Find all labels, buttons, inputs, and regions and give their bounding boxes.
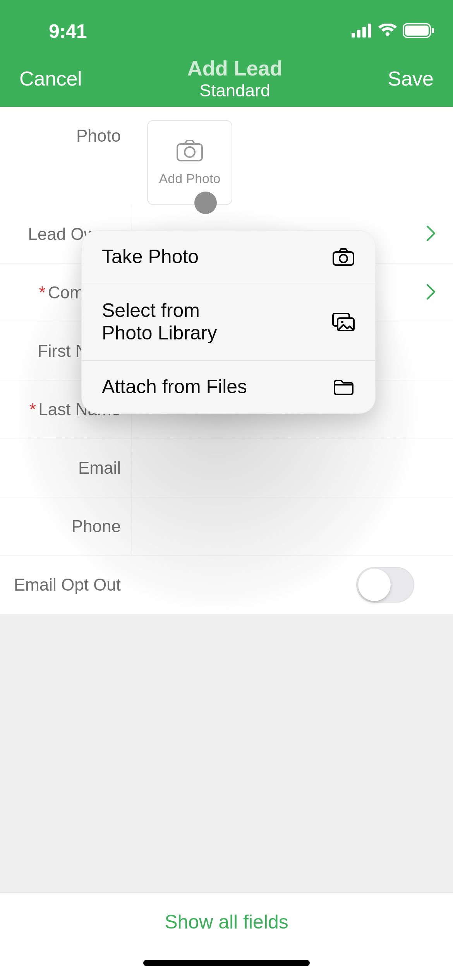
svg-rect-5 [405,26,429,36]
label-email: Email [78,458,121,478]
add-photo-label: Add Photo [159,171,221,186]
svg-point-13 [341,321,343,323]
status-bar: 9:41 [0,21,453,42]
toggle-knob [358,569,391,601]
menu-select-library[interactable]: Select from Photo Library [82,283,375,361]
photo-library-icon [332,312,355,332]
row-email-opt-out: Email Opt Out [0,556,453,614]
menu-select-library-label: Select from Photo Library [102,300,217,344]
label-phone: Phone [72,517,121,536]
svg-rect-0 [352,33,355,38]
row-phone[interactable]: Phone [0,497,453,556]
required-marker: * [29,400,36,419]
camera-icon [176,139,203,163]
cancel-button[interactable]: Cancel [19,67,82,90]
footer-spacer [0,614,453,893]
svg-rect-3 [368,24,371,38]
svg-rect-6 [432,28,434,33]
menu-take-photo-label: Take Photo [102,246,199,268]
row-email[interactable]: Email [0,439,453,497]
camera-icon [332,248,355,266]
home-indicator-area [0,951,453,980]
page-title: Add Lead [187,57,283,80]
menu-attach-files-label: Attach from Files [102,376,247,398]
battery-icon [403,23,434,39]
status-time: 9:41 [49,20,87,43]
email-opt-out-toggle[interactable] [356,567,414,603]
label-photo: Photo [76,126,121,146]
svg-point-8 [185,147,195,157]
menu-take-photo[interactable]: Take Photo [82,231,375,283]
add-photo-button[interactable]: Add Photo [147,120,232,205]
chevron-right-icon [425,283,437,303]
save-button[interactable]: Save [388,67,434,90]
show-all-fields-button[interactable]: Show all fields [0,893,453,951]
touch-indicator [194,192,217,214]
app-header: 9:41 Cancel Add Lead Stand [0,0,453,107]
folder-icon [332,379,355,396]
svg-rect-1 [357,30,360,38]
show-all-fields-label: Show all fields [165,911,288,933]
photo-source-menu: Take Photo Select from Photo Library Att… [81,230,376,414]
chevron-right-icon [425,224,437,244]
required-marker: * [39,283,46,302]
home-indicator [143,960,310,966]
wifi-icon [378,24,397,39]
nav-bar: Cancel Add Lead Standard Save [0,57,453,100]
row-photo: Photo Add Photo [0,107,453,205]
svg-point-10 [340,255,347,262]
nav-title-group: Add Lead Standard [187,57,283,100]
menu-attach-files[interactable]: Attach from Files [82,361,375,413]
page-subtitle: Standard [187,81,283,100]
status-indicators [352,23,434,39]
cellular-icon [352,24,372,39]
svg-rect-2 [362,27,366,38]
label-email-opt-out: Email Opt Out [14,575,121,595]
